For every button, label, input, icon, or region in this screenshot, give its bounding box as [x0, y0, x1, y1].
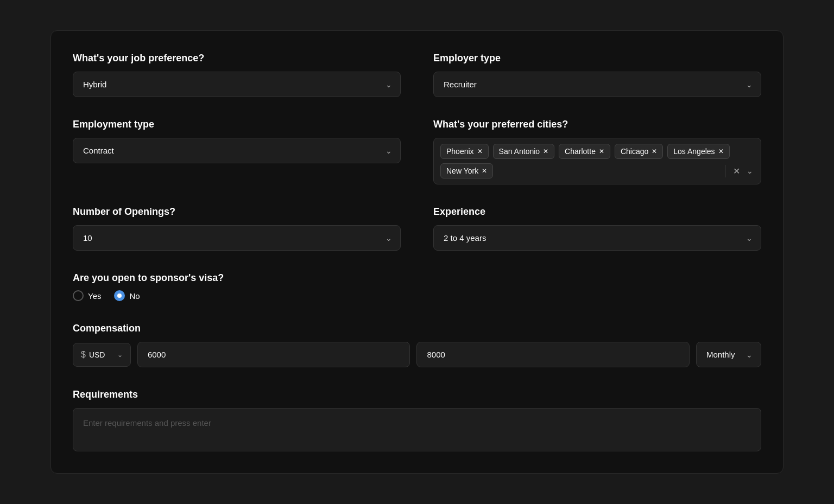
employer-type-label: Employer type: [433, 53, 761, 64]
openings-group: Number of Openings? 10 1 2 5 15 20 ⌄: [73, 206, 401, 251]
employer-type-select-wrapper: Recruiter Direct Employer Staffing Agenc…: [433, 72, 761, 97]
cities-controls: ✕ ⌄: [725, 165, 754, 177]
city-tag-phoenix: Phoenix ✕: [440, 144, 489, 159]
compensation-group: Compensation $ USD EUR GBP ⌄ Monthly: [73, 323, 761, 367]
city-tag-san-antonio: San Antonio ✕: [493, 144, 555, 159]
sponsor-visa-radio-group: Yes No: [73, 290, 401, 301]
dollar-icon: $: [81, 350, 86, 360]
sponsor-visa-no-radio[interactable]: [114, 290, 125, 301]
sponsor-visa-yes-option[interactable]: Yes: [73, 290, 101, 301]
experience-select-wrapper: 2 to 4 years 0 to 1 years 1 to 2 years 4…: [433, 225, 761, 251]
sponsor-visa-yes-radio[interactable]: [73, 290, 84, 301]
empty-col: [433, 272, 761, 301]
employment-type-group: Employment type Contract Full-time Part-…: [73, 119, 401, 184]
preferred-cities-label: What's your preferred cities?: [433, 119, 761, 130]
job-preference-label: What's your job preference?: [73, 53, 401, 64]
city-tag-new-york: New York ✕: [440, 163, 493, 178]
city-tag-phoenix-label: Phoenix: [446, 147, 474, 156]
sponsor-visa-label: Are you open to sponsor's visa?: [73, 272, 401, 284]
city-tag-phoenix-remove[interactable]: ✕: [477, 148, 483, 155]
cities-container: Phoenix ✕ San Antonio ✕ Charlotte ✕ Chic…: [433, 138, 761, 184]
preferred-cities-group: What's your preferred cities? Phoenix ✕ …: [433, 119, 761, 184]
city-tag-los-angeles-remove[interactable]: ✕: [718, 148, 724, 155]
city-tag-san-antonio-label: San Antonio: [499, 147, 540, 156]
job-preference-form: What's your job preference? Hybrid Remot…: [50, 30, 784, 474]
period-select-wrapper: Monthly Yearly Hourly ⌄: [696, 342, 761, 367]
requirements-group: Requirements: [73, 389, 761, 451]
city-tag-san-antonio-remove[interactable]: ✕: [543, 148, 548, 155]
city-tag-chicago: Chicago ✕: [615, 144, 663, 159]
sponsor-visa-no-option[interactable]: No: [114, 290, 140, 301]
city-tag-charlotte-remove[interactable]: ✕: [599, 148, 604, 155]
employment-type-select-wrapper: Contract Full-time Part-time Internship …: [73, 138, 401, 163]
job-preference-select-wrapper: Hybrid Remote On-site ⌄: [73, 72, 401, 97]
openings-label: Number of Openings?: [73, 206, 401, 218]
experience-label: Experience: [433, 206, 761, 218]
employment-type-select[interactable]: Contract Full-time Part-time Internship: [73, 138, 401, 163]
sponsor-visa-no-label: No: [129, 291, 140, 301]
city-tag-new-york-remove[interactable]: ✕: [482, 168, 487, 174]
cities-dropdown-button[interactable]: ⌄: [745, 165, 754, 176]
cities-clear-button[interactable]: ✕: [732, 165, 741, 177]
compensation-label: Compensation: [73, 323, 761, 334]
period-select[interactable]: Monthly Yearly Hourly: [696, 342, 761, 367]
sponsor-visa-group: Are you open to sponsor's visa? Yes No: [73, 272, 401, 301]
currency-chevron-icon: ⌄: [117, 351, 123, 359]
compensation-max-input[interactable]: [416, 342, 690, 367]
currency-select-wrapper: $ USD EUR GBP ⌄: [73, 343, 131, 367]
city-tag-los-angeles: Los Angeles ✕: [667, 144, 729, 159]
currency-select[interactable]: USD EUR GBP: [89, 350, 114, 359]
city-tag-los-angeles-label: Los Angeles: [673, 147, 715, 156]
city-tag-charlotte-label: Charlotte: [565, 147, 596, 156]
job-preference-select[interactable]: Hybrid Remote On-site: [73, 72, 401, 97]
sponsor-visa-yes-label: Yes: [88, 291, 101, 301]
city-tag-charlotte: Charlotte ✕: [559, 144, 610, 159]
city-tag-chicago-label: Chicago: [621, 147, 648, 156]
experience-select[interactable]: 2 to 4 years 0 to 1 years 1 to 2 years 4…: [433, 225, 761, 251]
experience-group: Experience 2 to 4 years 0 to 1 years 1 t…: [433, 206, 761, 251]
requirements-label: Requirements: [73, 389, 761, 400]
compensation-min-input[interactable]: [137, 342, 410, 367]
requirements-textarea[interactable]: [73, 408, 761, 451]
job-preference-group: What's your job preference? Hybrid Remot…: [73, 53, 401, 97]
city-tag-chicago-remove[interactable]: ✕: [652, 148, 657, 155]
city-tag-new-york-label: New York: [446, 167, 478, 175]
openings-select-wrapper: 10 1 2 5 15 20 ⌄: [73, 225, 401, 251]
openings-select[interactable]: 10 1 2 5 15 20: [73, 225, 401, 251]
employment-type-label: Employment type: [73, 119, 401, 130]
compensation-row: $ USD EUR GBP ⌄ Monthly Yearly Hourly: [73, 342, 761, 367]
employer-type-group: Employer type Recruiter Direct Employer …: [433, 53, 761, 97]
employer-type-select[interactable]: Recruiter Direct Employer Staffing Agenc…: [433, 72, 761, 97]
